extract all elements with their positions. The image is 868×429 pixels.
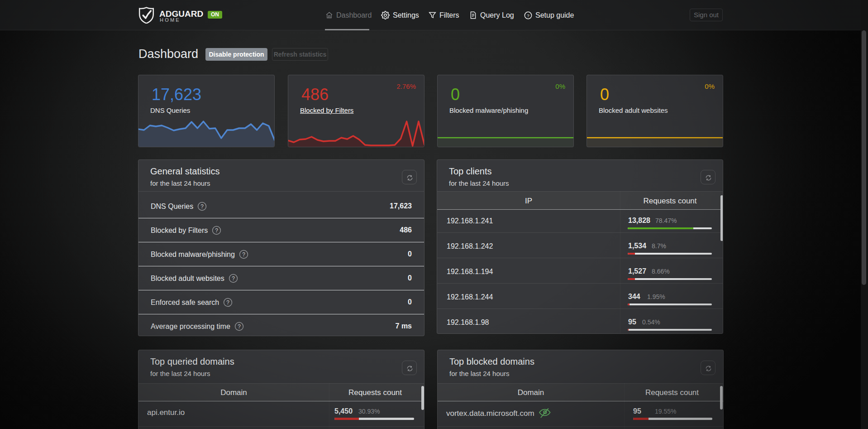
svg-text:?: ? [242,251,245,258]
svg-text:?: ? [527,13,529,18]
svg-text:?: ? [226,299,229,306]
svg-text:?: ? [200,203,204,210]
svg-text:?: ? [215,227,218,234]
svg-text:?: ? [238,323,241,330]
svg-text:?: ? [232,275,235,282]
